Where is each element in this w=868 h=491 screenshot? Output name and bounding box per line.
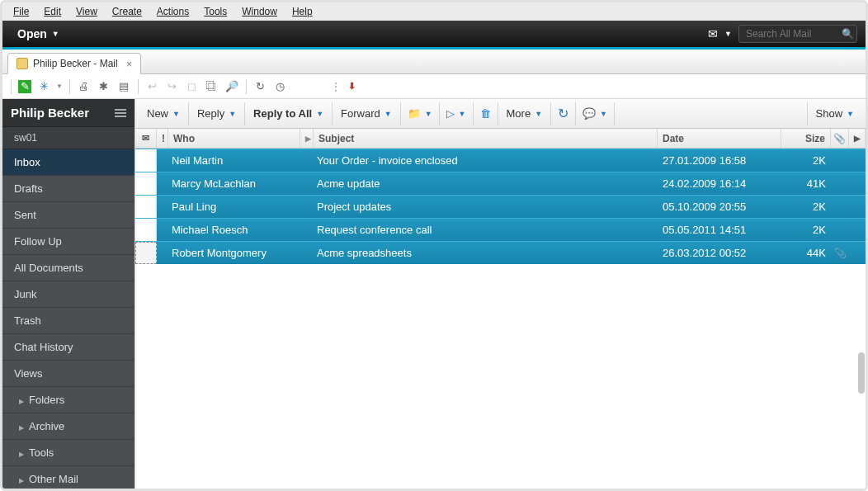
msg-size: 2K	[781, 196, 831, 218]
tab-strip: Philip Becker - Mail ×	[2, 50, 866, 74]
copy-icon[interactable]: ⿻	[205, 79, 219, 94]
scrollbar[interactable]	[858, 352, 865, 394]
msg-who: Paul Ling	[167, 196, 299, 218]
msg-date: 24.02.2009 16:14	[658, 172, 781, 195]
search-input[interactable]	[739, 28, 838, 40]
zoom-icon[interactable]: 🔎	[224, 79, 239, 94]
delete-button[interactable]: 🗑	[474, 102, 498, 125]
folder-icon: 📁	[408, 107, 421, 120]
msg-date: 05.05.2011 14:51	[658, 219, 781, 241]
msg-subject: Project updates	[312, 196, 658, 218]
caret-down-icon: ▼	[724, 30, 732, 38]
open-bar: Open ▼ ✉ ▼ 🔍	[2, 21, 866, 47]
table-row[interactable]: Robert Montgomery Acme spreadsheets 26.0…	[135, 241, 866, 264]
msg-who: Robert Montgomery	[167, 242, 299, 264]
col-attach-icon[interactable]: 📎	[831, 129, 849, 148]
preview-icon[interactable]: ▤	[116, 79, 131, 94]
col-date[interactable]: Date	[658, 129, 781, 148]
forward-button[interactable]: Forward▼	[333, 102, 401, 125]
menu-help[interactable]: Help	[285, 4, 320, 19]
open-label: Open	[17, 27, 47, 40]
new-button[interactable]: New▼	[139, 102, 189, 125]
stop-icon[interactable]: ◻	[185, 79, 200, 94]
sidebar-item-trash[interactable]: Trash	[2, 308, 134, 334]
col-flag-icon[interactable]: ▶	[849, 129, 866, 148]
attachment-icon: 📎	[834, 248, 847, 259]
sidebar-item-sent[interactable]: Sent	[2, 202, 134, 229]
msg-size: 2K	[781, 149, 831, 172]
table-row[interactable]: Neil Martin Your Order - invoice enclose…	[135, 149, 866, 172]
col-size[interactable]: Size	[781, 129, 831, 148]
table-row[interactable]: Michael Roesch Request conference call 0…	[135, 218, 866, 241]
menu-file[interactable]: File	[6, 4, 36, 19]
sidebar-title: Philip Becker	[11, 106, 89, 120]
col-priority[interactable]: !	[157, 129, 168, 148]
forward-nav-icon[interactable]: ↪	[165, 79, 180, 94]
search-icon[interactable]: 🔍	[838, 28, 856, 40]
col-who[interactable]: Who	[168, 129, 300, 148]
print-icon[interactable]: 🖨	[77, 79, 92, 94]
msg-date: 27.01.2009 16:58	[658, 149, 781, 172]
col-subject[interactable]: Subject	[314, 129, 658, 148]
column-header: ✉ ! Who ▶ Subject Date Size 📎 ▶	[135, 129, 866, 149]
reply-all-button[interactable]: Reply to All▼	[245, 102, 333, 125]
close-icon[interactable]: ×	[126, 58, 133, 70]
msg-who: Michael Roesch	[167, 219, 299, 241]
hamburger-icon[interactable]	[115, 109, 126, 117]
sidebar-item-views[interactable]: Views	[2, 361, 134, 387]
msg-size: 2K	[781, 219, 831, 241]
new-doc-icon[interactable]: ✳	[36, 79, 51, 94]
msg-size: 41K	[781, 172, 831, 195]
table-row[interactable]: Marcy McLachlan Acme update 24.02.2009 1…	[135, 172, 866, 195]
msg-subject: Acme spreadsheets	[312, 242, 658, 264]
sidebar-item-followup[interactable]: Follow Up	[2, 229, 134, 255]
back-icon[interactable]: ↩	[145, 79, 160, 94]
sidebar-item-drafts[interactable]: Drafts	[2, 176, 134, 202]
more-button[interactable]: More▼	[498, 102, 552, 125]
menu-actions[interactable]: Actions	[149, 4, 196, 19]
flag-button[interactable]: ▷▼	[440, 102, 474, 125]
show-button[interactable]: Show▼	[807, 102, 862, 125]
msg-subject: Acme update	[312, 172, 658, 195]
content-pane: New▼ Reply▼ Reply to All▼ Forward▼ 📁▼ ▷▼…	[134, 99, 866, 489]
search-all-mail[interactable]: 🔍	[738, 25, 857, 43]
tab-mail[interactable]: Philip Becker - Mail ×	[7, 53, 141, 74]
sidebar-item-archive[interactable]: Archive	[2, 413, 134, 440]
table-row[interactable]: Paul Ling Project updates 05.10.2009 20:…	[135, 195, 866, 218]
open-button[interactable]: Open ▼	[11, 24, 66, 44]
col-sort-indicator[interactable]: ▶	[300, 129, 314, 148]
envelope-icon[interactable]: ✉	[708, 27, 718, 40]
sync-button[interactable]: ↻	[551, 102, 576, 125]
trash-icon: 🗑	[480, 107, 491, 120]
chat-button[interactable]: 💬▼	[576, 102, 615, 125]
folder-button[interactable]: 📁▼	[401, 102, 440, 125]
gear-icon[interactable]: ✱	[97, 79, 111, 94]
sidebar-item-folders[interactable]: Folders	[2, 387, 134, 413]
sidebar-item-tools[interactable]: Tools	[2, 440, 134, 466]
menu-tools[interactable]: Tools	[196, 4, 234, 19]
sidebar-item-chathistory[interactable]: Chat History	[2, 334, 134, 361]
compose-icon[interactable]: ✎	[18, 80, 31, 93]
sidebar-subtitle: sw01	[2, 127, 134, 149]
message-list: Neil Martin Your Order - invoice enclose…	[135, 149, 866, 489]
menu-create[interactable]: Create	[105, 4, 149, 19]
menu-edit[interactable]: Edit	[36, 4, 68, 19]
pdf-icon[interactable]: ⬇	[345, 79, 360, 94]
msg-date: 26.03.2012 00:52	[658, 242, 781, 264]
action-toolbar: New▼ Reply▼ Reply to All▼ Forward▼ 📁▼ ▷▼…	[135, 99, 866, 129]
refresh-icon[interactable]: ↻	[253, 79, 268, 94]
mail-tab-icon	[17, 58, 28, 69]
menu-view[interactable]: View	[68, 4, 105, 19]
sidebar-item-alldocuments[interactable]: All Documents	[2, 255, 134, 281]
sidebar-item-junk[interactable]: Junk	[2, 281, 134, 308]
msg-size: 44K	[781, 242, 831, 264]
sidebar-item-inbox[interactable]: Inbox	[2, 149, 134, 176]
reply-button[interactable]: Reply▼	[189, 102, 245, 125]
msg-subject: Request conference call	[312, 219, 658, 241]
col-envelope-icon[interactable]: ✉	[135, 129, 157, 148]
sidebar-item-othermail[interactable]: Other Mail	[2, 466, 134, 489]
calendar-icon[interactable]: ◷	[273, 79, 288, 94]
grip-icon: ⋮	[331, 81, 340, 92]
msg-who: Marcy McLachlan	[167, 172, 299, 195]
menu-window[interactable]: Window	[234, 4, 285, 19]
